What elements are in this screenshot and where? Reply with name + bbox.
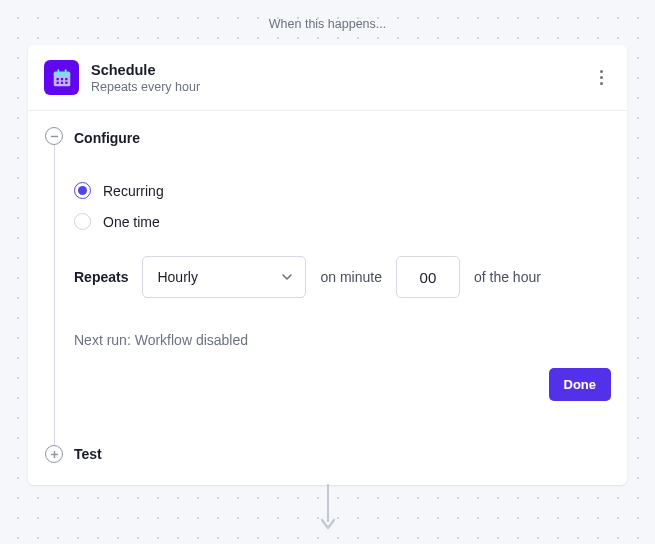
svg-rect-12	[53, 450, 54, 457]
trigger-card: Schedule Repeats every hour Configure Re…	[28, 45, 627, 485]
svg-rect-7	[56, 81, 58, 83]
next-run-text: Next run: Workflow disabled	[74, 332, 611, 348]
on-minute-label: on minute	[320, 269, 381, 285]
more-menu-button[interactable]	[595, 66, 607, 90]
card-subtitle: Repeats every hour	[91, 80, 595, 94]
svg-rect-6	[65, 78, 67, 80]
repeats-select-value: Hourly	[157, 269, 197, 285]
trigger-header: When this happens...	[0, 0, 655, 31]
schedule-type-radiogroup: Recurring One time	[74, 182, 611, 230]
svg-rect-5	[60, 78, 62, 80]
collapse-configure-toggle[interactable]	[45, 127, 63, 145]
repeats-label: Repeats	[74, 269, 128, 285]
svg-rect-9	[65, 81, 67, 83]
svg-rect-3	[64, 69, 66, 73]
recurring-radio[interactable]	[74, 182, 91, 199]
calendar-icon	[44, 60, 79, 95]
onetime-radio[interactable]	[74, 213, 91, 230]
svg-rect-2	[57, 69, 59, 73]
expand-test-toggle[interactable]	[45, 445, 63, 463]
test-section-heading: Test	[74, 445, 611, 463]
recurring-label: Recurring	[103, 183, 164, 199]
chevron-down-icon	[281, 271, 293, 283]
repeats-select[interactable]: Hourly	[142, 256, 306, 298]
onetime-label: One time	[103, 214, 160, 230]
svg-rect-4	[56, 78, 58, 80]
flow-arrow-down-icon	[318, 484, 338, 532]
card-title: Schedule	[91, 62, 595, 78]
svg-rect-10	[50, 135, 57, 136]
of-hour-label: of the hour	[474, 269, 541, 285]
svg-rect-1	[53, 71, 70, 76]
minute-input[interactable]	[396, 256, 460, 298]
done-button[interactable]: Done	[549, 368, 612, 401]
svg-rect-8	[60, 81, 62, 83]
configure-section-heading: Configure	[74, 127, 611, 147]
